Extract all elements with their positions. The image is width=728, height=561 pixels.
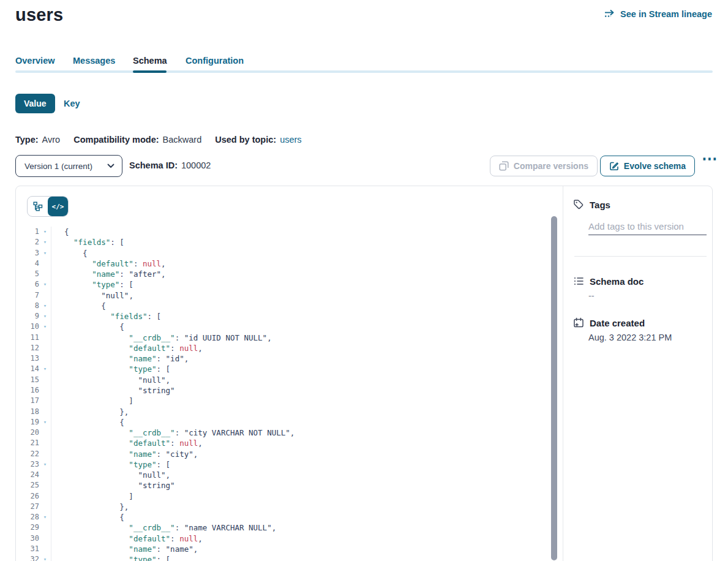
code-text: "default": null,: [51, 343, 203, 353]
fold-arrow-icon[interactable]: ▾: [39, 227, 51, 237]
version-select[interactable]: Version 1 (current): [15, 155, 122, 177]
code-line: 13 "name": "id",: [16, 353, 571, 364]
code-text: "string": [51, 480, 175, 491]
line-number: 31: [16, 544, 39, 554]
fold-gutter: [39, 449, 51, 459]
schema-doc-value: --: [588, 291, 595, 301]
tab-configuration[interactable]: Configuration: [186, 56, 244, 66]
line-number: 23: [16, 459, 39, 470]
line-number: 9: [16, 311, 39, 322]
fold-arrow-icon[interactable]: ▾: [39, 554, 51, 561]
tree-view-button[interactable]: [28, 197, 48, 216]
code-text: "null",: [51, 290, 133, 301]
fold-gutter: [39, 544, 51, 554]
code-text: ]: [51, 396, 133, 406]
fold-gutter: [39, 353, 51, 364]
date-created-value: Aug. 3 2022 3:21 PM: [588, 333, 672, 342]
fold-arrow-icon[interactable]: ▾: [39, 512, 51, 522]
fold-arrow-icon[interactable]: ▾: [39, 237, 51, 247]
code-text: {: [51, 301, 106, 311]
fold-gutter: [39, 258, 51, 269]
used-by-topic-label: Used by topic:: [215, 135, 276, 145]
tab-schema[interactable]: Schema: [133, 56, 167, 66]
code-text: {: [51, 417, 124, 427]
schema-id-value: 100002: [181, 160, 211, 170]
fold-arrow-icon[interactable]: ▾: [39, 301, 51, 311]
line-number: 1: [16, 227, 39, 237]
code-text: "__crdb__": "city VARCHAR NOT NULL",: [51, 427, 295, 438]
code-text: "type": [: [51, 279, 133, 290]
fold-arrow-icon[interactable]: ▾: [39, 248, 51, 258]
code-text: "__crdb__": "name VARCHAR NULL",: [51, 522, 276, 533]
schema-editor-panel: </> 1▾{2▾ "fields": [3▾ {4 "default": nu…: [15, 186, 713, 561]
fold-arrow-icon[interactable]: ▾: [39, 417, 51, 427]
code-line: 8▾ {: [16, 301, 571, 311]
code-line: 21 "default": null,: [16, 438, 571, 448]
code-view-icon: </>: [52, 203, 64, 211]
code-text: "null",: [51, 470, 170, 480]
tab-overview[interactable]: Overview: [15, 56, 55, 66]
line-number: 18: [16, 407, 39, 417]
fold-gutter: [39, 502, 51, 512]
fold-gutter: [39, 470, 51, 480]
compare-versions-button[interactable]: Compare versions: [490, 156, 598, 176]
line-number: 21: [16, 438, 39, 448]
code-line: 12 "default": null,: [16, 343, 571, 353]
line-number: 25: [16, 480, 39, 491]
fold-arrow-icon[interactable]: ▾: [39, 311, 51, 322]
calendar-plus-icon: [573, 317, 584, 328]
code-text: "__crdb__": "id UUID NOT NULL",: [51, 333, 272, 343]
fold-gutter: [39, 491, 51, 502]
code-line: 22 "name": "city",: [16, 449, 571, 459]
line-number: 30: [16, 533, 39, 544]
fold-arrow-icon[interactable]: ▾: [39, 364, 51, 374]
code-text: "type": [: [51, 364, 170, 374]
fold-gutter: [39, 343, 51, 353]
code-text: "type": [: [51, 554, 170, 561]
code-text: "default": null,: [51, 258, 166, 269]
more-actions-button[interactable]: ⋯: [702, 151, 718, 167]
fold-arrow-icon[interactable]: ▾: [39, 459, 51, 470]
code-text: {: [51, 322, 124, 332]
topic-link[interactable]: users: [280, 135, 301, 145]
code-lines[interactable]: 1▾{2▾ "fields": [3▾ {4 "default": null,5…: [16, 227, 571, 561]
code-view-button[interactable]: </>: [48, 197, 68, 216]
add-tags-input[interactable]: [588, 218, 707, 235]
code-text: "type": [: [51, 459, 170, 470]
fold-arrow-icon[interactable]: ▾: [39, 322, 51, 332]
stream-lineage-icon: [604, 10, 616, 19]
fold-gutter: [39, 522, 51, 533]
line-number: 26: [16, 491, 39, 502]
code-line: 2▾ "fields": [: [16, 237, 571, 247]
key-toggle-button[interactable]: Key: [64, 99, 80, 108]
fold-gutter: [39, 407, 51, 417]
version-select-value: Version 1 (current): [24, 162, 107, 171]
date-created-heading: Date created: [573, 317, 645, 328]
editor-scrollbar[interactable]: [551, 216, 557, 560]
code-text: "default": null,: [51, 533, 203, 544]
tree-view-icon: [33, 201, 43, 211]
line-number: 14: [16, 364, 39, 374]
code-line: 23▾ "type": [: [16, 459, 571, 470]
code-line: 31 "name": "name",: [16, 544, 571, 554]
code-line: 19▾ {: [16, 417, 571, 427]
line-number: 19: [16, 417, 39, 427]
type-label: Type:: [15, 135, 39, 145]
line-number: 29: [16, 522, 39, 533]
line-number: 16: [16, 385, 39, 396]
value-toggle-button[interactable]: Value: [15, 94, 55, 113]
fold-gutter: [39, 290, 51, 301]
code-text: },: [51, 502, 129, 512]
line-number: 7: [16, 290, 39, 301]
code-line: 14▾ "type": [: [16, 364, 571, 374]
evolve-schema-button[interactable]: Evolve schema: [600, 156, 695, 176]
code-text: "string": [51, 385, 175, 396]
schema-doc-heading: Schema doc: [573, 276, 644, 287]
fold-gutter: [39, 375, 51, 385]
fold-gutter: [39, 438, 51, 448]
tab-messages[interactable]: Messages: [73, 56, 115, 66]
see-in-stream-lineage-link[interactable]: See in Stream lineage: [604, 9, 712, 19]
fold-arrow-icon[interactable]: ▾: [39, 279, 51, 290]
fold-gutter: [39, 427, 51, 438]
line-number: 10: [16, 322, 39, 332]
